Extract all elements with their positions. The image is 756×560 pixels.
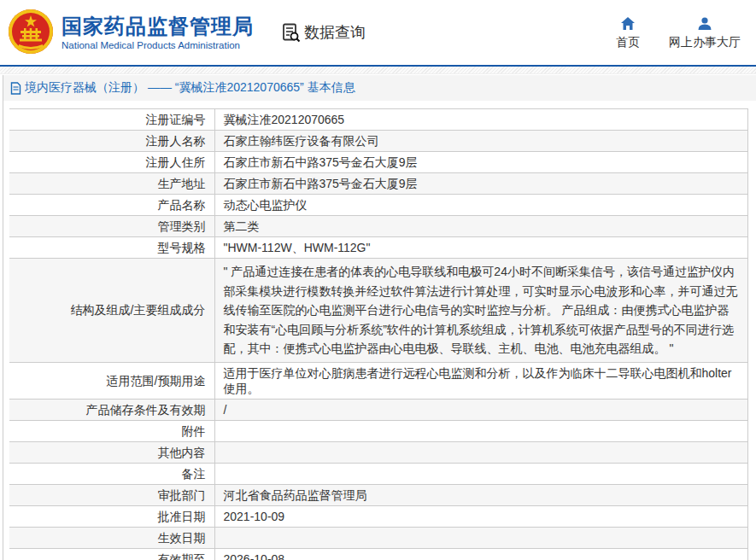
table-row: 其他内容 (9, 441, 748, 463)
row-label: 生效日期 (9, 527, 214, 548)
row-value (214, 463, 748, 484)
row-label: 型号规格 (9, 237, 214, 259)
table-row: 生效日期 (9, 527, 748, 548)
user-icon (696, 15, 713, 32)
table-row: 产品储存条件及有效期 / (9, 399, 748, 420)
row-label: 管理类别 (9, 216, 214, 237)
nav-home[interactable]: 首页 (616, 15, 640, 50)
table-row: 附件 (9, 420, 748, 441)
row-label: 有效期至 (9, 548, 214, 560)
table-row: 审批部门 河北省食品药品监督管理局 (9, 484, 748, 505)
table-row: 产品名称 动态心电监护仪 (9, 195, 748, 216)
data-query-link[interactable]: 数据查询 (281, 22, 366, 43)
table-row: 适用范围/预期用途 适用于医疗单位对心脏病患者进行远程心电监测和分析，以及作为临… (9, 362, 748, 399)
data-query-label: 数据查询 (304, 22, 366, 43)
row-label: 注册证编号 (9, 109, 214, 131)
row-label: 产品储存条件及有效期 (9, 399, 214, 420)
info-table: 注册证编号 冀械注准20212070665 注册人名称 石家庄翰纬医疗设备有限公… (9, 108, 748, 560)
row-label: 附件 (9, 420, 214, 441)
header-nav: 首页 网上办事大厅 (616, 15, 746, 50)
row-value: 石家庄市新石中路375号金石大厦9层 (214, 173, 748, 195)
row-value: 2026-10-08 (214, 548, 748, 560)
row-label: 其他内容 (9, 441, 214, 463)
row-label: 批准日期 (9, 505, 214, 527)
row-value: 石家庄翰纬医疗设备有限公司 (214, 131, 748, 152)
table-row: 生产地址 石家庄市新石中路375号金石大厦9层 (9, 173, 748, 195)
row-label: 结构及组成/主要组成成分 (9, 259, 214, 363)
org-title-cn: 国家药品监督管理局 (62, 15, 254, 38)
table-row: 结构及组成/主要组成成分 " 产品通过连接在患者的体表的心电导联线和电极可24小… (9, 259, 748, 363)
row-value: 河北省食品药品监督管理局 (214, 484, 748, 505)
row-label: 注册人名称 (9, 131, 214, 152)
table-row: 注册人名称 石家庄翰纬医疗设备有限公司 (9, 131, 748, 152)
row-value: 2021-10-09 (214, 505, 748, 527)
row-value: "HWM-112W、HWM-112G" (214, 237, 748, 259)
row-label: 适用范围/预期用途 (9, 362, 214, 399)
content-area: 境内医疗器械（注册） —— “冀械注准20212070665” 基本信息 注册证… (3, 75, 756, 560)
home-icon (619, 15, 636, 32)
row-label: 生产地址 (9, 173, 214, 195)
nav-service-hall-label: 网上办事大厅 (669, 35, 741, 50)
breadcrumb: 境内医疗器械（注册） —— “冀械注准20212070665” 基本信息 (3, 75, 756, 101)
table-row: 注册证编号 冀械注准20212070665 (9, 109, 748, 131)
table-row: 型号规格 "HWM-112W、HWM-112G" (9, 237, 748, 259)
row-value: / (214, 399, 748, 420)
row-label: 审批部门 (9, 484, 214, 505)
table-row: 注册人住所 石家庄市新石中路375号金石大厦9层 (9, 152, 748, 173)
row-value: " 产品通过连接在患者的体表的心电导联线和电极可24小时不间断采集信号，该信号通… (214, 259, 748, 363)
row-value: 动态心电监护仪 (214, 195, 748, 216)
row-label: 注册人住所 (9, 152, 214, 173)
row-value: 第二类 (214, 216, 748, 237)
hatch-strip (0, 67, 756, 74)
document-icon (10, 82, 21, 95)
row-value: 石家庄市新石中路375号金石大厦9层 (214, 152, 748, 173)
nav-home-label: 首页 (616, 35, 640, 50)
table-row: 批准日期 2021-10-09 (9, 505, 748, 527)
nmpa-logo-icon (7, 9, 55, 56)
table-row: 备注 (9, 463, 748, 484)
org-names: 国家药品监督管理局 National Medical Products Admi… (62, 15, 254, 50)
row-label: 备注 (9, 463, 214, 484)
row-value: 冀械注准20212070665 (214, 109, 748, 131)
site-header: 国家药品监督管理局 National Medical Products Admi… (0, 0, 756, 65)
org-title-en: National Medical Products Administration (62, 40, 254, 50)
nav-service-hall[interactable]: 网上办事大厅 (669, 15, 741, 50)
row-value: 适用于医疗单位对心脏病患者进行远程心电监测和分析，以及作为临床十二导联心电图机和… (214, 362, 748, 399)
row-label: 产品名称 (9, 195, 214, 216)
table-row: 有效期至 2026-10-08 (9, 548, 748, 560)
table-row: 管理类别 第二类 (9, 216, 748, 237)
logo-group[interactable]: 国家药品监督管理局 National Medical Products Admi… (7, 9, 254, 56)
page: 国家药品监督管理局 National Medical Products Admi… (0, 0, 756, 560)
row-value (214, 527, 748, 548)
document-search-icon (281, 22, 302, 43)
row-value (214, 441, 748, 463)
breadcrumb-text: 境内医疗器械（注册） —— “冀械注准20212070665” 基本信息 (25, 80, 355, 96)
row-value (214, 420, 748, 441)
